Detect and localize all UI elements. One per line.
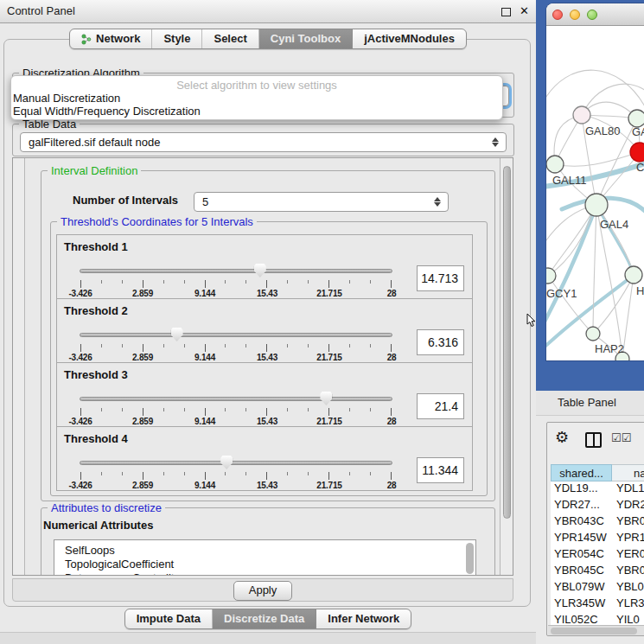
vertical-scrollbar[interactable] xyxy=(500,158,513,575)
slider-ticks xyxy=(80,408,392,416)
table-row[interactable]: YBR043C YBR0 xyxy=(551,514,644,531)
node-h[interactable] xyxy=(625,266,642,284)
table-row[interactable]: YPR145W YPR1 xyxy=(551,531,644,547)
slider-knob[interactable] xyxy=(320,392,332,405)
table-data-combobox[interactable]: galFiltered.sif default node xyxy=(20,132,507,152)
tab-label: Impute Data xyxy=(137,609,201,628)
table-row[interactable]: YBR045C YBR0 xyxy=(551,564,644,580)
dropdown-item[interactable]: Manual Discretization xyxy=(11,92,502,105)
threshold-label: Threshold 1 xyxy=(64,240,128,253)
horizontal-scrollbar-thumb[interactable] xyxy=(551,628,637,634)
tab[interactable]: Network xyxy=(70,29,151,48)
node-gcy1[interactable] xyxy=(546,268,556,284)
threshold-slider[interactable]: -3.4262.8599.14415.4321.71528 xyxy=(80,392,392,426)
tab[interactable]: Cyni Toolbox xyxy=(258,29,352,48)
slider-knob[interactable] xyxy=(254,264,266,277)
node-ga[interactable] xyxy=(628,110,644,127)
tab[interactable]: Impute Data xyxy=(125,609,212,628)
tab[interactable]: jActiveMNodules xyxy=(352,29,466,48)
column-header[interactable]: na xyxy=(612,464,644,481)
slider-ticks xyxy=(80,472,392,480)
cell-name: YER0 xyxy=(613,547,644,564)
table-row[interactable]: YER054C YER0 xyxy=(551,547,644,564)
list-scrollbar-thumb[interactable] xyxy=(466,543,474,574)
node-table: shared... na YDL19... YDL1 YDR27... YDR2 xyxy=(551,464,644,629)
close-traffic-light[interactable] xyxy=(552,10,563,20)
select-columns-icon[interactable]: ☑☑ xyxy=(611,431,631,444)
node-hap2[interactable] xyxy=(586,327,600,341)
tab[interactable]: Infer Network xyxy=(316,609,411,628)
slider-track[interactable] xyxy=(80,333,392,337)
list-item[interactable]: TopologicalCoefficient xyxy=(54,558,475,571)
slider-ticks xyxy=(80,344,392,352)
float-window-icon[interactable] xyxy=(501,8,511,16)
interval-definition-group: Interval Definition Number of Intervals … xyxy=(41,170,495,501)
dropdown-item[interactable]: Equal Width/Frequency Discretization xyxy=(11,105,502,118)
cell-name: YBL0 xyxy=(613,580,644,596)
cell-name: YLR3 xyxy=(613,596,644,613)
node-gal11[interactable] xyxy=(546,156,564,173)
threshold-slider[interactable]: -3.4262.8599.14415.4321.71528 xyxy=(80,456,392,490)
node-gal4[interactable] xyxy=(585,194,608,216)
threshold-value-field[interactable]: 21.4 xyxy=(417,393,464,419)
node-gal80[interactable] xyxy=(573,106,590,124)
slider-tick-labels: -3.4262.8599.14415.4321.71528 xyxy=(80,417,392,426)
bottom-strip xyxy=(0,632,536,644)
tab[interactable]: Select xyxy=(201,29,258,48)
list-item[interactable]: SelfLoops xyxy=(54,544,475,558)
threshold-slider[interactable]: -3.4262.8599.14415.4321.71528 xyxy=(80,328,392,362)
table-row[interactable]: YBL079W YBL0 xyxy=(551,580,644,596)
network-canvas[interactable]: GAL80 GA C GAL11 GAL4 GCY1 H HAP2 xyxy=(546,26,644,360)
threshold-label: Threshold 4 xyxy=(64,432,128,445)
table-row[interactable]: YDR27... YDR2 xyxy=(551,498,644,514)
slider-knob[interactable] xyxy=(171,328,183,341)
node-label: HAP2 xyxy=(595,342,624,355)
cell-name: YDR2 xyxy=(613,498,644,514)
slider-tick-labels: -3.4262.8599.14415.4321.71528 xyxy=(80,481,392,490)
bottom-tab-bar: Impute Data Discretize Data Infer Networ… xyxy=(0,609,536,629)
dropdown-placeholder: Select algorithm to view settings xyxy=(11,79,502,92)
cell-shared-name: YDL19... xyxy=(551,481,613,498)
mouse-cursor xyxy=(526,314,537,328)
node-label: GA xyxy=(632,125,644,138)
stepper-icon xyxy=(434,196,442,207)
table-row[interactable]: YDL19... YDL1 xyxy=(551,481,644,498)
threshold-slider[interactable]: -3.4262.8599.14415.4321.71528 xyxy=(80,264,392,298)
table-panel: ⚙ ☑☑ shared... na YDL19... YDL1 YDR27...… xyxy=(546,422,644,636)
threshold-value-field[interactable]: 11.344 xyxy=(417,457,464,483)
attributes-group: Attributes to discretize Numerical Attri… xyxy=(41,507,495,576)
tab[interactable]: Discretize Data xyxy=(212,609,316,628)
threshold-label: Threshold 3 xyxy=(64,368,128,381)
apply-button[interactable]: Apply xyxy=(233,581,292,601)
tab[interactable]: Style xyxy=(151,29,201,48)
slider-track[interactable] xyxy=(80,269,392,273)
threshold-row: Threshold 2 -3.4262.8599.14415.4321.7152… xyxy=(57,298,472,362)
vertical-scrollbar-thumb[interactable] xyxy=(503,166,511,519)
zoom-traffic-light[interactable] xyxy=(587,10,597,20)
cell-name: YDL1 xyxy=(613,481,644,498)
threshold-value-field[interactable]: 14.713 xyxy=(417,265,464,291)
gear-icon[interactable]: ⚙ xyxy=(555,428,569,447)
threshold-value-field[interactable]: 6.316 xyxy=(417,329,464,355)
node-selected-red[interactable] xyxy=(630,143,644,162)
thresholds-group: Threshold's Coordinates for 5 Intervals … xyxy=(50,221,488,496)
list-item[interactable]: BetweennessCentrality xyxy=(54,571,475,576)
numerical-attributes-list[interactable]: SelfLoops TopologicalCoefficient Between… xyxy=(54,539,476,576)
slider-track[interactable] xyxy=(80,461,392,465)
node-label: H xyxy=(636,284,644,297)
slider-knob[interactable] xyxy=(220,456,233,469)
horizontal-scrollbar[interactable] xyxy=(548,625,644,636)
table-row[interactable]: YLR345W YLR3 xyxy=(551,596,644,613)
column-header[interactable]: shared... xyxy=(551,464,612,481)
cell-shared-name: YER054C xyxy=(551,547,613,564)
settings-scroll-viewport: Interval Definition Number of Intervals … xyxy=(12,157,513,576)
split-columns-icon[interactable] xyxy=(585,432,602,448)
number-of-intervals-combobox[interactable]: 5 xyxy=(194,192,449,212)
left-scroll-track[interactable] xyxy=(13,158,25,575)
control-panel: Control Panel ✕ Network Style xyxy=(0,0,536,644)
close-icon[interactable]: ✕ xyxy=(520,4,529,17)
minimize-traffic-light[interactable] xyxy=(570,10,580,20)
slider-track[interactable] xyxy=(80,397,392,401)
network-window-titlebar[interactable] xyxy=(546,3,644,26)
panel-title: Control Panel xyxy=(7,4,75,17)
